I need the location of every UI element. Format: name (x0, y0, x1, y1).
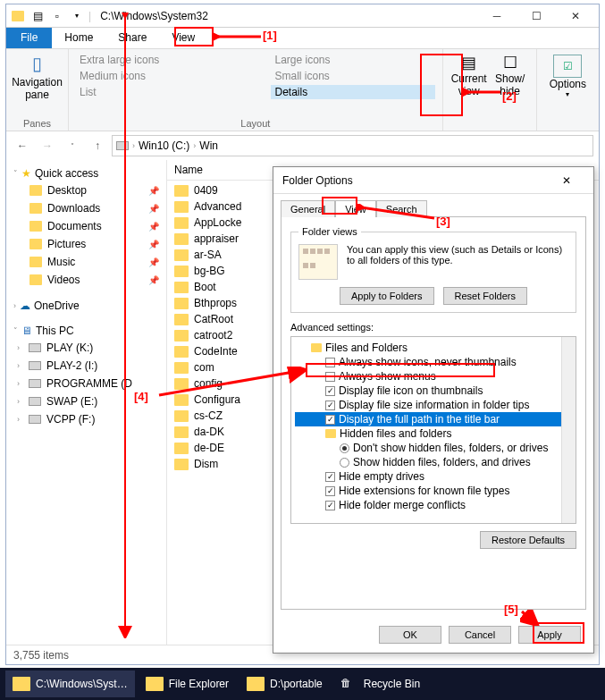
pc-icon: 🖥 (21, 325, 32, 337)
tree-full-path-titlebar[interactable]: ✓Display the full path in the title bar (295, 412, 572, 426)
taskbar-item[interactable]: File Explorer (139, 670, 236, 697)
tree-hide-empty-drives[interactable]: ✓Hide empty drives (295, 469, 572, 484)
tree-files-and-folders[interactable]: Files and Folders (295, 341, 572, 355)
sidebar-item[interactable]: Documents📌 (10, 217, 163, 235)
cancel-button[interactable]: Cancel (449, 626, 511, 644)
tree-dont-show-hidden[interactable]: Don't show hidden files, folders, or dri… (295, 441, 572, 455)
sidebar-item[interactable]: Videos📌 (10, 271, 163, 289)
address-bar[interactable]: › Win10 (C:) › Win (112, 135, 593, 156)
sidebar-item-drive[interactable]: ›VCPP (F:) (10, 410, 163, 428)
layout-group-label: Layout (76, 118, 435, 129)
tab-share[interactable]: Share (105, 28, 159, 48)
taskbar-item[interactable]: C:\Windows\Syst… (5, 670, 135, 697)
layout-details[interactable]: Details (271, 85, 434, 99)
sidebar-item-drive[interactable]: ›PLAY (K:) (10, 339, 163, 357)
close-button[interactable]: ✕ (556, 4, 595, 28)
dialog-tab-search[interactable]: Search (376, 200, 427, 217)
layout-extra-large[interactable]: Extra large icons (76, 53, 264, 67)
sidebar-item[interactable]: Downloads📌 (10, 199, 163, 217)
qat-dropdown-icon[interactable]: ▾ (69, 8, 85, 24)
folder-icon (174, 298, 189, 309)
taskbar: C:\Windows\Syst… File Explorer D:\portab… (0, 668, 605, 700)
back-button[interactable]: ← (12, 135, 33, 156)
sidebar-item[interactable]: Desktop📌 (10, 181, 163, 199)
pin-icon: 📌 (148, 275, 159, 285)
folder-icon (174, 346, 189, 358)
folder-options-dialog: Folder Options ✕ General View Search Fol… (273, 166, 594, 654)
tree-hide-extensions[interactable]: ✓Hide extensions for known file types (295, 484, 572, 498)
taskbar-item[interactable]: D:\portable (239, 670, 330, 697)
recent-dropdown[interactable]: ˅ (62, 135, 83, 156)
tree-show-hidden[interactable]: Show hidden files, folders, and drives (295, 455, 572, 469)
forward-button[interactable]: → (37, 135, 58, 156)
chevron-right-icon: › (13, 301, 16, 310)
tab-home[interactable]: Home (52, 28, 105, 48)
drive-icon (29, 397, 41, 406)
layout-large[interactable]: Large icons (271, 53, 434, 67)
tree-file-size-tips[interactable]: ✓Display file size information in folder… (295, 398, 572, 412)
breadcrumb[interactable]: Win (199, 139, 218, 152)
sidebar-this-pc[interactable]: ˅ 🖥 This PC (10, 323, 163, 339)
maximize-button[interactable]: ☐ (517, 4, 556, 28)
apply-to-folders-button[interactable]: Apply to Folders (340, 287, 433, 305)
minimize-button[interactable]: ─ (477, 4, 517, 28)
chevron-right-icon: › (17, 361, 20, 370)
layout-medium[interactable]: Medium icons (76, 69, 264, 83)
tree-hide-merge-conflicts[interactable]: ✓Hide folder merge conflicts (295, 498, 572, 512)
taskbar-item[interactable]: 🗑Recycle Bin (333, 670, 427, 697)
folder-icon (174, 410, 189, 422)
address-bar-row: ← → ˅ ↑ › Win10 (C:) › Win (6, 131, 599, 160)
folder-icon (174, 282, 189, 293)
ok-button[interactable]: OK (379, 626, 441, 644)
annotation-box-5 (533, 622, 584, 644)
layout-list[interactable]: List (76, 85, 264, 99)
title-bar: ▤ ▫ ▾ | C:\Windows\System32 ─ ☐ ✕ (6, 4, 599, 28)
tab-file[interactable]: File (6, 28, 52, 48)
new-folder-icon[interactable]: ▫ (49, 8, 65, 24)
pin-icon: 📌 (148, 186, 159, 196)
folder-icon (29, 185, 42, 196)
pin-icon: 📌 (148, 204, 159, 214)
folder-icon (174, 362, 189, 374)
sidebar-quick-access[interactable]: ˅ ★ Quick access (10, 165, 163, 181)
annotation-label-3: [3] (436, 215, 450, 228)
pin-icon: 📌 (148, 240, 159, 249)
properties-icon[interactable]: ▤ (29, 8, 46, 24)
sidebar-onedrive[interactable]: › ☁ OneDrive (10, 298, 163, 314)
dialog-close-button[interactable]: ✕ (549, 167, 584, 194)
reset-folders-button[interactable]: Reset Folders (443, 287, 527, 305)
tree-hidden-files[interactable]: Hidden files and folders (295, 426, 572, 441)
folder-icon (29, 274, 42, 285)
folder-views-legend: Folder views (298, 226, 361, 237)
folder-views-text: You can apply this view (such as Details… (347, 244, 568, 280)
folder-views-icon (298, 244, 338, 280)
ribbon-tabs: File Home Share View (6, 28, 599, 49)
annotation-box-2 (420, 54, 463, 116)
chevron-down-icon: ˅ (13, 169, 18, 178)
folder-icon (146, 677, 164, 691)
folder-icon (174, 233, 189, 245)
cloud-icon: ☁ (20, 299, 30, 312)
folder-icon (29, 257, 42, 267)
star-icon: ★ (21, 167, 31, 180)
folder-icon (174, 314, 189, 325)
scrollbar[interactable] (561, 337, 576, 523)
breadcrumb[interactable]: Win10 (C:) (139, 139, 189, 152)
restore-defaults-button[interactable]: Restore Defaults (480, 531, 576, 549)
up-button[interactable]: ↑ (87, 135, 108, 156)
navigation-pane-button[interactable]: ▯ Navigation pane (13, 53, 61, 101)
pin-icon: 📌 (148, 222, 159, 232)
sidebar-item[interactable]: Music📌 (10, 253, 163, 271)
recycle-bin-icon: 🗑 (340, 677, 358, 691)
layout-small[interactable]: Small icons (271, 69, 434, 83)
window-title: C:\Windows\System32 (100, 10, 208, 22)
options-button[interactable]: ☑ Options ▾ (544, 53, 592, 100)
folder-icon (247, 677, 265, 691)
chevron-down-icon: ˅ (13, 326, 18, 335)
annotation-label-5: [5] (504, 603, 518, 616)
advanced-settings-label: Advanced settings: (290, 322, 576, 333)
sidebar-item[interactable]: Pictures📌 (10, 235, 163, 253)
drive-icon (29, 361, 41, 370)
sidebar-item-drive[interactable]: ›PLAY-2 (I:) (10, 357, 163, 375)
tree-file-icon-thumb[interactable]: ✓Display file icon on thumbnails (295, 384, 572, 398)
